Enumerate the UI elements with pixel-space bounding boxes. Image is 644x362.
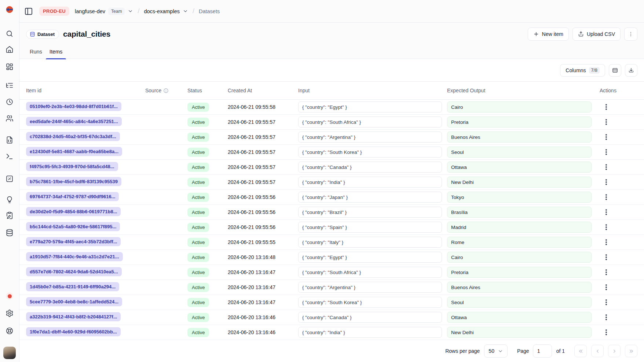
item-id-badge[interactable]: eed5dafe-244f-465c-a84c-4a6e357251... (26, 117, 122, 126)
table-row[interactable]: b5c144cd-52a5-4a80-926e-58617f895... Act… (19, 220, 644, 235)
last-page-button[interactable] (625, 345, 637, 357)
item-id-badge[interactable]: 69764737-34af-4752-9787-d90df9616... (26, 192, 119, 201)
header-actions: New item Upload CSV (528, 27, 637, 41)
sidebar-item-tracing[interactable] (6, 81, 14, 89)
previous-page-button[interactable] (591, 345, 604, 357)
sidebar-item-playground[interactable] (6, 211, 14, 219)
table-row[interactable]: 69764737-34af-4752-9787-d90df9616... Act… (19, 190, 644, 205)
row-actions-button[interactable] (604, 253, 608, 262)
sidebar-item-json-file[interactable] (6, 136, 14, 144)
next-page-button[interactable] (608, 345, 621, 357)
item-id-badge[interactable]: e779a270-579a-4f45-aec4-35b72d3bff... (26, 237, 121, 246)
table-row[interactable]: a322b319-9412-4f43-b8f2-b20484127f... Ac… (19, 310, 644, 325)
sidebar-item-search[interactable] (6, 30, 14, 38)
organization-selector[interactable]: langfuse-dev Team (75, 8, 133, 15)
table-row[interactable]: 1d45b0e7-b85a-4231-9149-6ff90a294... Act… (19, 280, 644, 295)
item-id-badge[interactable]: a1910d57-7f84-440c-9e46-a31c2d7e21... (26, 252, 123, 261)
item-id-badge[interactable]: f4975c95-5fc3-4939-970d-58fa5cd48... (26, 162, 118, 171)
item-id-badge[interactable]: b75c7861-1fbe-45cf-bdf6-83f139c95539 (26, 177, 121, 186)
item-id-badge[interactable]: 1d45b0e7-b85a-4231-9149-6ff90a294... (26, 282, 119, 291)
langfuse-logo-icon (5, 5, 14, 16)
upload-csv-button[interactable]: Upload CSV (572, 27, 621, 41)
row-actions-button[interactable] (604, 193, 608, 202)
sidebar-item-terminal[interactable] (6, 152, 14, 160)
table-row[interactable]: b75c7861-1fbe-45cf-bdf6-83f139c95539 Act… (19, 175, 644, 190)
row-actions-button[interactable] (604, 238, 608, 247)
item-id-badge[interactable]: a322b319-9412-4f43-b8f2-b20484127f... (26, 312, 121, 321)
chevron-right-icon (611, 348, 618, 354)
terminal-icon (6, 152, 14, 160)
page-title: capital_cities (63, 30, 110, 38)
table-row[interactable]: 05109ef0-2e3b-4e03-98dd-8f7d01b61f... Ac… (19, 100, 644, 115)
row-actions-button[interactable] (604, 148, 608, 156)
status-badge: Active (187, 178, 209, 187)
table-row[interactable]: e12430df-5e81-4687-aabb-f0ea65be8a... Ac… (19, 145, 644, 160)
project-selector[interactable]: docs-examples (144, 8, 188, 14)
item-id-badge[interactable]: c702838d-24d5-40a2-bf35-67dc3a3df... (26, 132, 120, 141)
sidebar-item-settings[interactable] (6, 309, 14, 317)
row-actions-button[interactable] (604, 328, 608, 337)
created-at-cell: 2024-06-21 09:55:57 (228, 134, 298, 140)
sidebar-toggle-button[interactable] (24, 7, 33, 16)
chevron-left-icon (594, 348, 601, 354)
item-id-badge[interactable]: 05109ef0-2e3b-4e03-98dd-8f7d01b61f... (26, 102, 121, 111)
table-row[interactable]: c702838d-24d5-40a2-bf35-67dc3a3df... Act… (19, 130, 644, 145)
item-id-badge[interactable]: 1f0e7da1-dbff-4e60-929d-f6095602bb... (26, 327, 121, 336)
sidebar-item-prompts[interactable] (6, 196, 14, 204)
export-button[interactable] (625, 64, 637, 77)
app-window: PROD-EU langfuse-dev Team / docs-example… (0, 0, 644, 362)
sidebar-item-dashboard[interactable] (6, 63, 14, 71)
recording-indicator[interactable] (6, 292, 13, 300)
user-avatar[interactable] (3, 347, 16, 359)
status-badge: Active (187, 133, 209, 142)
table-row[interactable]: 1f0e7da1-dbff-4e60-929d-f6095602bb... Ac… (19, 325, 644, 340)
row-actions-button[interactable] (604, 103, 608, 111)
row-actions-button[interactable] (604, 133, 608, 141)
row-actions-button[interactable] (604, 178, 608, 186)
page-label: Page (517, 348, 529, 354)
table-row[interactable]: f4975c95-5fc3-4939-970d-58fa5cd48... Act… (19, 160, 644, 175)
table-row[interactable]: 5cee7779-3e00-4eb8-be8c-1affedd524... Ac… (19, 295, 644, 310)
dataset-actions-menu-button[interactable] (624, 27, 637, 41)
table-row[interactable]: a1910d57-7f84-440c-9e46-a31c2d7e21... Ac… (19, 250, 644, 265)
item-id-badge[interactable]: b5c144cd-52a5-4a80-926e-58617f895... (26, 222, 120, 231)
item-id-badge[interactable]: de30d2e0-f5d9-4854-88b6-0619771b8... (26, 207, 121, 216)
table-row[interactable]: e779a270-579a-4f45-aec4-35b72d3bff... Ac… (19, 235, 644, 250)
item-id-badge[interactable]: d557e7d6-7802-4624-9da6-52d410ea5... (26, 267, 122, 276)
sidebar-item-datasets[interactable] (6, 229, 14, 237)
entity-badge-label: Dataset (37, 32, 55, 37)
expected-output-preview: Pretoria (447, 267, 592, 278)
new-item-button[interactable]: New item (528, 27, 569, 41)
table-row[interactable]: de30d2e0-f5d9-4854-88b6-0619771b8... Act… (19, 205, 644, 220)
item-id-badge[interactable]: 5cee7779-3e00-4eb8-be8c-1affedd524... (26, 297, 122, 306)
table-body: 05109ef0-2e3b-4e03-98dd-8f7d01b61f... Ac… (19, 100, 644, 340)
row-height-button[interactable] (609, 64, 621, 77)
sidebar-item-evaluation[interactable] (6, 175, 14, 183)
row-actions-button[interactable] (604, 223, 608, 232)
created-at-cell: 2024-06-21 09:55:57 (228, 179, 298, 185)
page-number-input[interactable] (533, 344, 552, 358)
first-page-button[interactable] (574, 345, 587, 357)
tab-runs[interactable]: Runs (26, 49, 46, 59)
row-actions-button[interactable] (604, 313, 608, 322)
tab-items[interactable]: Items (46, 49, 66, 59)
table-row[interactable]: eed5dafe-244f-465c-a84c-4a6e357251... Ac… (19, 115, 644, 130)
item-id-badge[interactable]: e12430df-5e81-4687-aabb-f0ea65be8a... (26, 147, 122, 156)
row-actions-button[interactable] (604, 268, 608, 277)
table-row[interactable]: d557e7d6-7802-4624-9da6-52d410ea5... Act… (19, 265, 644, 280)
row-actions-button[interactable] (604, 283, 608, 292)
row-actions-button[interactable] (604, 163, 608, 171)
sidebar-item-support[interactable] (6, 327, 14, 335)
sidebar-item-users[interactable] (6, 114, 14, 122)
expected-output-preview: Seoul (447, 147, 592, 158)
sidebar-item-sessions[interactable] (6, 98, 14, 106)
row-actions-button[interactable] (604, 208, 608, 217)
row-actions-button[interactable] (604, 118, 608, 126)
row-actions-button[interactable] (604, 298, 608, 307)
sidebar-item-home[interactable] (6, 45, 14, 53)
langfuse-logo[interactable] (5, 0, 14, 21)
organization-name: langfuse-dev (75, 8, 105, 14)
rows-per-page-select[interactable]: 50 (484, 344, 508, 358)
info-icon[interactable] (163, 88, 169, 93)
columns-button[interactable]: Columns 7/8 (560, 64, 605, 77)
